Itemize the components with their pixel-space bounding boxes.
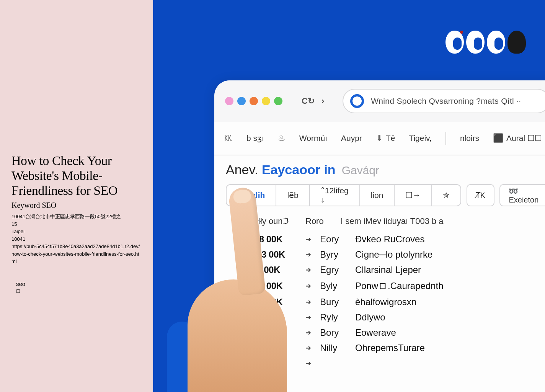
result-row[interactable]: 68 00K➔EoryÐvkeo RuCroves <box>254 232 545 247</box>
toolbar-right-1[interactable]: T̸K <box>467 184 494 206</box>
traffic-lights <box>225 97 282 105</box>
address-zip: 10041 <box>11 235 142 243</box>
heading-sub: Gaváqr <box>342 164 379 177</box>
traffic-dot-4[interactable] <box>262 97 270 105</box>
source-url[interactable]: https://pub-5c454f571b8e40a3a2aad27ade84… <box>11 243 142 265</box>
address-line-1: 10041台灣台北市中正區忠孝西路一段50號22樓之 <box>11 213 142 220</box>
tab-6[interactable]: ⬇Tē <box>376 133 395 143</box>
address-city: Taipei <box>11 228 142 235</box>
tag-icon: ☐ <box>16 289 142 294</box>
refresh-icon[interactable]: C↻ <box>302 96 315 106</box>
result-row[interactable]: 1.3 00K➔ByryCigne─lo ptolynrke <box>254 247 545 262</box>
tab-9[interactable]: ⬛Λural ☐☐ <box>493 133 542 143</box>
toolbar-seg-2[interactable]: lẽb <box>276 184 310 206</box>
tab-2[interactable]: b sʒı <box>246 134 264 143</box>
content-heading: Anev. Eaycaoor in Gaváqr <box>226 162 545 177</box>
toolbar-right-2[interactable]: ➿ Exeieton <box>499 184 545 206</box>
sidebar: How to Check Your Website's Mobile-Frien… <box>0 0 153 392</box>
col-head-3: I sem iMev iiduyaı T003 b a <box>341 216 444 226</box>
tab-7[interactable]: Tigeiv, <box>409 134 432 143</box>
address-floor: 15 <box>11 220 142 228</box>
result-row[interactable]: 1.7 004➔RylyDdlywo <box>254 310 545 325</box>
toolbar-seg-5[interactable]: ☐︎→ <box>395 184 432 206</box>
result-row[interactable]: 80 00K➔BylyPonwロ.Caurapednth <box>254 278 545 294</box>
tab-separator <box>445 132 446 145</box>
site-identity-icon <box>350 94 364 108</box>
tab-1-icon: ㏍ <box>224 132 233 144</box>
page-title: How to Check Your Website's Mobile-Frien… <box>11 153 142 198</box>
tab-1[interactable]: ㏍ <box>224 132 233 144</box>
address-bar[interactable]: Wnind Spolech Qvsarroning ?mats Qítl ·· <box>343 89 545 113</box>
result-row[interactable]: 82 00K➔Buryèhalfowigrosxn <box>254 294 545 310</box>
logo-bean-2 <box>466 31 485 54</box>
logo-bean-3 <box>487 31 505 54</box>
result-row[interactable]: 32 00K➔BoryEowerave <box>254 325 545 340</box>
traffic-dot-2[interactable] <box>237 97 246 105</box>
toolbar-seg-4[interactable]: lion <box>360 184 395 206</box>
address-bar-text: Wnind Spolech Qvsarroning ?mats Qítl ·· <box>371 96 521 106</box>
tab-8[interactable]: nloirs <box>460 134 479 143</box>
content-area: Anev. Eaycaoor in Gaváqr nyvalih lẽb ˄1… <box>214 155 545 371</box>
results-list: 68 00K➔EoryÐvkeo RuCroves 1.3 00K➔ByryCi… <box>226 232 545 371</box>
traffic-dot-5[interactable] <box>274 97 282 105</box>
tag-label: seo <box>16 281 142 287</box>
result-row[interactable]: 8I 00K➔EgryCllarsinal Ljeper <box>254 262 545 278</box>
tab-6-icon: ⬇ <box>376 133 383 143</box>
tab-3[interactable]: ♨ <box>278 133 286 143</box>
toolbar-seg-6[interactable]: ✮ <box>432 184 461 206</box>
heading-main: Anev. Eaycaoor in <box>226 162 336 177</box>
result-row[interactable]: 8E 00K➔ <box>254 356 545 371</box>
browser-window-mock: C↻ › Wnind Spolech Qvsarroning ?mats Qít… <box>214 80 545 392</box>
col-head-2: Roro <box>305 216 331 226</box>
tab-9-icon: ⬛ <box>493 133 503 143</box>
logo-bean-4 <box>507 31 526 54</box>
forward-icon[interactable]: › <box>321 96 324 106</box>
page-subtitle: Keyword SEO <box>11 201 142 210</box>
tab-5[interactable]: Auypr <box>341 134 362 143</box>
results-header: Hły ounℑ Roro I sem iMev iiduyaı T003 b … <box>226 212 545 232</box>
result-row[interactable]: 80 00K➔NillyOhrepemsTurare <box>254 340 545 356</box>
window-titlebar: C↻ › Wnind Spolech Qvsarroning ?mats Qít… <box>214 80 545 122</box>
col-head-1: Hły ounℑ <box>254 216 296 226</box>
tab-4[interactable]: Wormúı <box>299 134 327 143</box>
hero-panel: C↻ › Wnind Spolech Qvsarroning ?mats Qít… <box>153 0 545 392</box>
toolbar-seg-3[interactable]: ˄12lifeg ↓ <box>310 184 360 206</box>
traffic-dot-3[interactable] <box>250 97 258 105</box>
brand-logo-cluster <box>445 31 526 54</box>
tab-3-icon: ♨ <box>278 133 286 143</box>
toolbar-seg-1[interactable]: nyvalih <box>226 184 276 206</box>
traffic-dot-1[interactable] <box>225 97 233 105</box>
logo-bean-1 <box>445 31 464 54</box>
toolbar: nyvalih lẽb ˄12lifeg ↓ lion ☐︎→ ✮ T̸K ➿… <box>226 184 545 206</box>
nav-tabs: ㏍ b sʒı ♨ Wormúı Auypr ⬇Tē Tigeiv, nloir… <box>214 122 545 155</box>
